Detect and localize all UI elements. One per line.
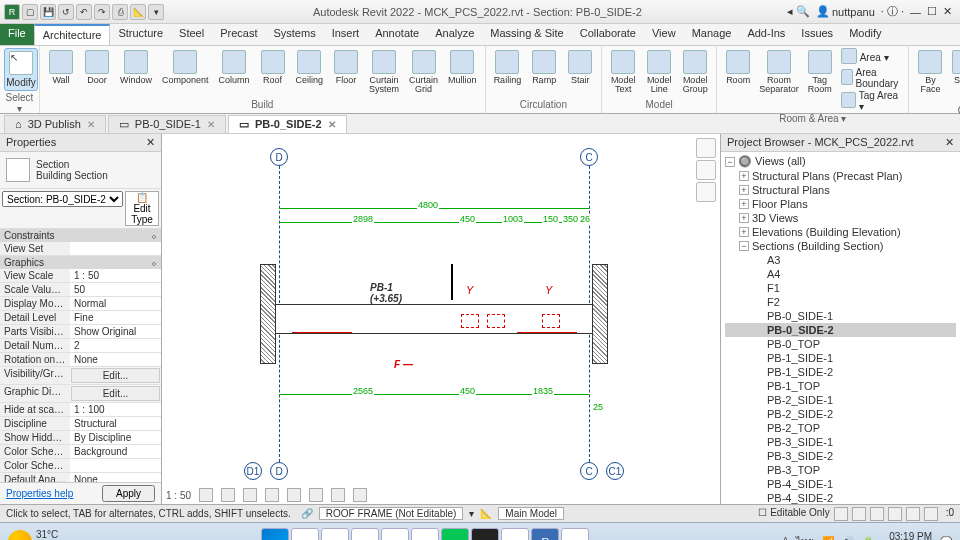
properties-help-link[interactable]: Properties help	[0, 485, 79, 502]
mullion-button[interactable]: Mullion	[444, 48, 481, 87]
line-icon[interactable]	[441, 528, 469, 541]
minimize-icon[interactable]: —	[910, 6, 921, 18]
grid-bubble[interactable]: D1	[244, 462, 262, 480]
start-icon[interactable]	[261, 528, 289, 541]
ceiling-button[interactable]: Ceiling	[292, 48, 328, 87]
prop-row[interactable]: Show Hidden LinesBy Discipline	[0, 431, 161, 445]
notification-icon[interactable]: 💬	[940, 536, 952, 540]
column-section[interactable]	[260, 264, 276, 364]
grid-bubble[interactable]: C	[580, 462, 598, 480]
tree-view-item[interactable]: PB-3_SIDE-2	[725, 449, 956, 463]
prop-row[interactable]: Default Analysis D...None	[0, 473, 161, 482]
reveal-icon[interactable]	[353, 488, 367, 502]
model-group-button[interactable]: ModelGroup	[678, 48, 712, 96]
tab-insert[interactable]: Insert	[324, 24, 368, 45]
door-button[interactable]: Door	[80, 48, 114, 87]
tree-view-item[interactable]: PB-2_SIDE-2	[725, 407, 956, 421]
room-button[interactable]: Room	[721, 48, 755, 96]
by-face-button[interactable]: ByFace	[913, 48, 947, 96]
model-text-button[interactable]: ModelText	[606, 48, 640, 96]
tab-manage[interactable]: Manage	[684, 24, 740, 45]
tab-systems[interactable]: Systems	[265, 24, 323, 45]
component-button[interactable]: Component	[158, 48, 213, 87]
tree-view-item[interactable]: PB-2_SIDE-1	[725, 393, 956, 407]
measure-icon[interactable]: 📐	[130, 4, 146, 20]
tree-group[interactable]: − Sections (Building Section)	[725, 239, 956, 253]
tree-view-item[interactable]: PB-0_SIDE-2	[725, 323, 956, 337]
prop-row[interactable]: Rotation on SheetNone	[0, 353, 161, 367]
filter-icon[interactable]	[924, 507, 938, 521]
tab-addins[interactable]: Add-Ins	[739, 24, 793, 45]
tree-view-item[interactable]: PB-0_SIDE-1	[725, 309, 956, 323]
tree-view-item[interactable]: PB-3_SIDE-1	[725, 435, 956, 449]
edit-type-button[interactable]: 📋 Edit Type	[125, 191, 159, 226]
teams-icon[interactable]	[291, 528, 319, 541]
tab-structure[interactable]: Structure	[110, 24, 171, 45]
tree-view-item[interactable]: PB-2_TOP	[725, 421, 956, 435]
tab-precast[interactable]: Precast	[212, 24, 265, 45]
ramp-button[interactable]: Ramp	[527, 48, 561, 87]
volume-icon[interactable]: 🔊	[842, 536, 854, 540]
tree-view-item[interactable]: PB-4_SIDE-2	[725, 491, 956, 504]
visual-style-icon[interactable]	[221, 488, 235, 502]
explorer-icon[interactable]	[351, 528, 379, 541]
tree-view-item[interactable]: PB-1_TOP	[725, 379, 956, 393]
tab-close-icon[interactable]: ✕	[328, 119, 336, 130]
close-icon[interactable]: ✕	[943, 5, 952, 18]
tree-view-item[interactable]: PB-4_SIDE-1	[725, 477, 956, 491]
crop-region-icon[interactable]	[309, 488, 323, 502]
stair-button[interactable]: Stair	[563, 48, 597, 87]
prop-row[interactable]: View Scale1 : 50	[0, 269, 161, 283]
drawing-canvas[interactable]: D C D1 D C C1 4800 2898 450 1003 150 350…	[162, 134, 720, 504]
grid-bubble[interactable]: D	[270, 148, 288, 166]
prop-row[interactable]: Visibility/Graphics...Edit...	[0, 367, 161, 385]
user-account[interactable]: 👤 nuttpanu	[816, 5, 875, 18]
redo-icon[interactable]: ↷	[94, 4, 110, 20]
qat-more-icon[interactable]: ▾	[148, 4, 164, 20]
prop-row[interactable]: Graphic Display O...Edit...	[0, 385, 161, 403]
select-links-icon[interactable]	[834, 507, 848, 521]
room-separator-button[interactable]: RoomSeparator	[755, 48, 803, 96]
wifi-icon[interactable]: 📶	[822, 536, 834, 540]
browser-close-icon[interactable]: ✕	[945, 136, 954, 149]
tree-group[interactable]: + Structural Plans (Precast Plan)	[725, 169, 956, 183]
tree-group[interactable]: + Structural Plans	[725, 183, 956, 197]
nav-home-icon[interactable]	[696, 138, 716, 158]
area--button[interactable]: Area ▾	[839, 48, 905, 66]
select-underlay-icon[interactable]	[852, 507, 866, 521]
tree-view-item[interactable]: PB-0_TOP	[725, 337, 956, 351]
prop-row[interactable]: Detail LevelFine	[0, 311, 161, 325]
column-section[interactable]	[592, 264, 608, 364]
nav-wheel-icon[interactable]	[696, 182, 716, 202]
tab-collaborate[interactable]: Collaborate	[572, 24, 644, 45]
undo-icon[interactable]: ↶	[76, 4, 92, 20]
railing-button[interactable]: Railing	[490, 48, 526, 87]
help-icon[interactable]: · ⓘ ·	[881, 4, 904, 19]
open-icon[interactable]: ▢	[22, 4, 38, 20]
prop-row[interactable]: Detail Number2	[0, 339, 161, 353]
print-icon[interactable]: ⎙	[112, 4, 128, 20]
doc-tab[interactable]: ▭PB-0_SIDE-1✕	[108, 115, 226, 133]
tab-annotate[interactable]: Annotate	[367, 24, 427, 45]
tree-view-item[interactable]: A3	[725, 253, 956, 267]
design-option[interactable]: Main Model	[498, 507, 564, 520]
prop-row[interactable]: Parts VisibilityShow Original	[0, 325, 161, 339]
grid-bubble[interactable]: D	[270, 462, 288, 480]
revit-icon[interactable]: R	[531, 528, 559, 541]
sun-path-icon[interactable]	[243, 488, 257, 502]
scale-value[interactable]: 1 : 50	[166, 490, 191, 501]
prop-row[interactable]: Scale Value 1:50	[0, 283, 161, 297]
apply-button[interactable]: Apply	[102, 485, 155, 502]
tab-analyze[interactable]: Analyze	[427, 24, 482, 45]
chrome-icon[interactable]	[411, 528, 439, 541]
shaft-button[interactable]: Shaft	[947, 48, 960, 96]
edge-icon[interactable]	[381, 528, 409, 541]
model-line-button[interactable]: ModelLine	[642, 48, 676, 96]
modify-button[interactable]: ↖Modify	[4, 48, 38, 91]
tree-group[interactable]: + 3D Views	[725, 211, 956, 225]
tab-close-icon[interactable]: ✕	[87, 119, 95, 130]
workset-indicator[interactable]: ROOF FRAME (Not Editable)	[319, 507, 464, 520]
tag-room-button[interactable]: TagRoom	[803, 48, 837, 96]
tab-modify[interactable]: Modify	[841, 24, 889, 45]
tree-root[interactable]: − 🔘 Views (all)	[725, 154, 956, 169]
